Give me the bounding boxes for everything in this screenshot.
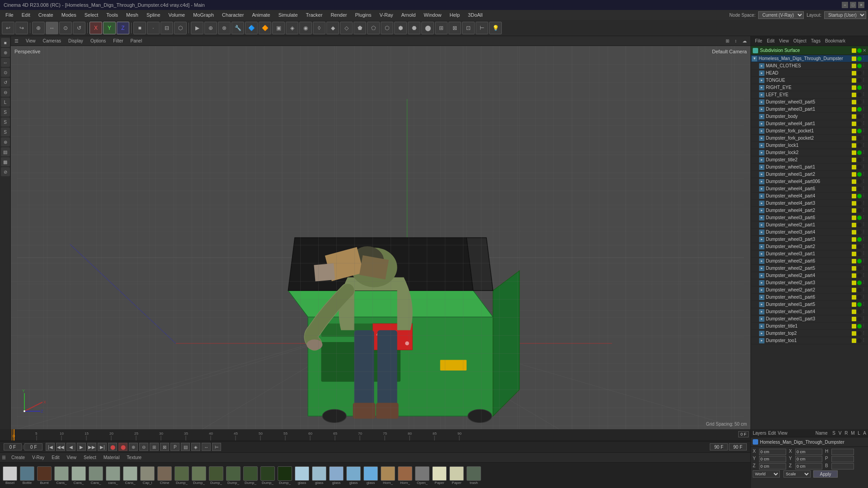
tl-tool6[interactable]: ▤ [181, 443, 190, 451]
object-item[interactable]: ▸ Dumpster_lock2 ⋮ [751, 149, 868, 156]
z-pos-input[interactable] [759, 463, 786, 469]
obj-menu-btn[interactable]: ⋮ [862, 208, 867, 213]
undo-button[interactable]: ↩ [2, 22, 14, 34]
vt-icon1[interactable]: ⊞ [724, 38, 731, 44]
material-item[interactable]: glass [294, 466, 310, 485]
obj-menu-btn[interactable]: ⋮ [862, 295, 867, 300]
object-item[interactable]: ▸ Dumpster_wheel1_part2 ⋮ [751, 171, 868, 178]
close-button[interactable]: × [858, 2, 864, 8]
material-item[interactable]: Chine [156, 466, 173, 485]
layers-edit-tab[interactable]: Edit [768, 431, 776, 436]
object-item[interactable]: ▸ Dumpster_wheel3_part1 ⋮ [751, 250, 868, 258]
layer-item[interactable]: Homeless_Man_Digs_Through_Dumpster [753, 438, 866, 446]
minimize-button[interactable]: − [842, 2, 848, 8]
material-item[interactable]: Dump_ [259, 466, 276, 485]
mat-texture[interactable]: Texture [125, 455, 143, 460]
tool18[interactable]: ⬤ [421, 22, 434, 34]
tool19[interactable]: ⊞ [435, 22, 448, 34]
object-item[interactable]: ▸ Dumpster_top2 ⋮ [751, 330, 868, 337]
object-item[interactable]: ▸ Dumpster_wheel1_part4 ⋮ [751, 308, 868, 315]
y-rot-input[interactable] [795, 456, 822, 462]
current-frame-input[interactable] [24, 443, 42, 450]
obj-menu-btn[interactable]: ⋮ [862, 273, 867, 278]
mat-edit[interactable]: Edit [50, 455, 61, 460]
obj-menu-btn[interactable]: ⋮ [862, 164, 867, 170]
axis-x-button[interactable]: X [90, 22, 102, 34]
root-menu-btn[interactable]: ⋮ [862, 56, 867, 61]
object-item[interactable]: ▸ LEFT_EYE ⋮ [751, 91, 868, 99]
material-item[interactable]: Cap_l [139, 466, 156, 485]
vt-icon2[interactable]: ↕ [733, 38, 739, 44]
end-frame-input-1[interactable] [710, 443, 728, 450]
tool16[interactable]: ⬢ [394, 22, 407, 34]
material-item[interactable]: Open_ [414, 466, 430, 485]
tool6[interactable]: 🔶 [259, 22, 271, 34]
object-item[interactable]: ▸ Dumpster_wheel2_part4 ⋮ [751, 272, 868, 279]
obj-menu-btn[interactable]: ⋮ [862, 128, 867, 134]
menu-window[interactable]: Window [420, 11, 445, 19]
menu-tools[interactable]: Tools [103, 11, 122, 19]
coordinate-space-select[interactable]: World Local Object [753, 470, 780, 478]
tool21[interactable]: ⊡ [462, 22, 475, 34]
material-item[interactable]: Cans_ [53, 466, 70, 485]
object-item[interactable]: ▸ Dumpster_wheel3_part3 ⋮ [751, 236, 868, 243]
object-item[interactable]: ▸ Dumpster_fork_pocket2 ⋮ [751, 135, 868, 142]
obj-menu-btn[interactable]: ⋮ [862, 136, 867, 141]
material-item[interactable]: Cans_ [88, 466, 104, 485]
object-item[interactable]: ▸ MAIN_CLOTHES ⋮ [751, 62, 868, 70]
maximize-button[interactable]: □ [850, 2, 856, 8]
hierarchy-menu-view[interactable]: View [778, 38, 790, 44]
menu-create[interactable]: Create [35, 11, 57, 19]
tool2[interactable]: ⊕ [204, 22, 217, 34]
tl-tool7[interactable]: ◈ [191, 443, 200, 451]
object-item[interactable]: ▸ Dumpster_wheel4_part6 ⋮ [751, 185, 868, 192]
material-item[interactable]: cans_ [105, 466, 121, 485]
material-item[interactable]: Dump_ [174, 466, 190, 485]
step-forward-button[interactable]: ▶▶ [87, 443, 96, 451]
tool23[interactable]: 💡 [489, 22, 502, 34]
mat-select[interactable]: Select [82, 455, 98, 460]
play-back-button[interactable]: ◀ [66, 443, 75, 451]
vt-options[interactable]: Options [89, 38, 108, 44]
obj-menu-btn[interactable]: ⋮ [862, 114, 867, 119]
vt-cameras[interactable]: Cameras [41, 38, 63, 44]
mat-material[interactable]: Material [102, 455, 122, 460]
vt-view[interactable]: View [24, 38, 38, 44]
layers-view-tab[interactable]: View [778, 431, 788, 436]
hierarchy-menu-bookmark[interactable]: Bookmark [824, 38, 847, 44]
object-item[interactable]: ▸ Dumpster_wheel4_part4 ⋮ [751, 192, 868, 200]
object-item[interactable]: ▸ Dumpster_wheel3_part5 ⋮ [751, 99, 868, 106]
go-to-start-button[interactable]: |◀ [46, 443, 55, 451]
coordinate-scale-select[interactable]: Scale [783, 470, 811, 478]
obj-menu-btn[interactable]: ⋮ [862, 193, 867, 199]
step-back-button[interactable]: ◀◀ [56, 443, 65, 451]
material-item[interactable]: glass [328, 466, 344, 485]
tool20[interactable]: ⊠ [448, 22, 461, 34]
obj-menu-btn[interactable]: ⋮ [862, 316, 867, 322]
obj-menu-btn[interactable]: ⋮ [862, 324, 867, 329]
menu-vray[interactable]: V-Ray [376, 11, 397, 19]
x-pos-input[interactable] [759, 449, 786, 455]
left-icon-5[interactable]: ↺ [1, 78, 10, 87]
material-item[interactable]: Dump_ [225, 466, 241, 485]
menu-character[interactable]: Character [218, 11, 247, 19]
menu-mograph[interactable]: MoGraph [189, 11, 217, 19]
object-item[interactable]: ▸ Dumpster_wheel3_part4 ⋮ [751, 229, 868, 236]
mat-create[interactable]: Create [9, 455, 27, 460]
obj-menu-btn[interactable]: ⋮ [862, 92, 867, 98]
obj-menu-btn[interactable]: ⋮ [862, 230, 867, 235]
left-icon-13[interactable]: ▩ [1, 157, 10, 166]
go-to-end-button[interactable]: ▶| [98, 443, 107, 451]
node-space-select[interactable]: Current (V-Ray) [758, 11, 804, 19]
vt-filter[interactable]: Filter [111, 38, 125, 44]
p-input[interactable] [831, 456, 854, 462]
material-item[interactable]: trash [466, 466, 482, 485]
left-icon-3[interactable]: ↔ [1, 58, 10, 67]
left-icon-6[interactable]: ⊖ [1, 88, 10, 97]
material-item[interactable]: Paper [448, 466, 465, 485]
hierarchy-menu-edit[interactable]: Edit [765, 38, 776, 44]
menu-animate[interactable]: Animate [248, 11, 274, 19]
object-item[interactable]: ▸ Dumpster_wheel1_part1 ⋮ [751, 164, 868, 171]
menu-3doall[interactable]: 3DoAll [464, 11, 486, 19]
object-item[interactable]: ▸ Dumpster_title2 ⋮ [751, 156, 868, 164]
